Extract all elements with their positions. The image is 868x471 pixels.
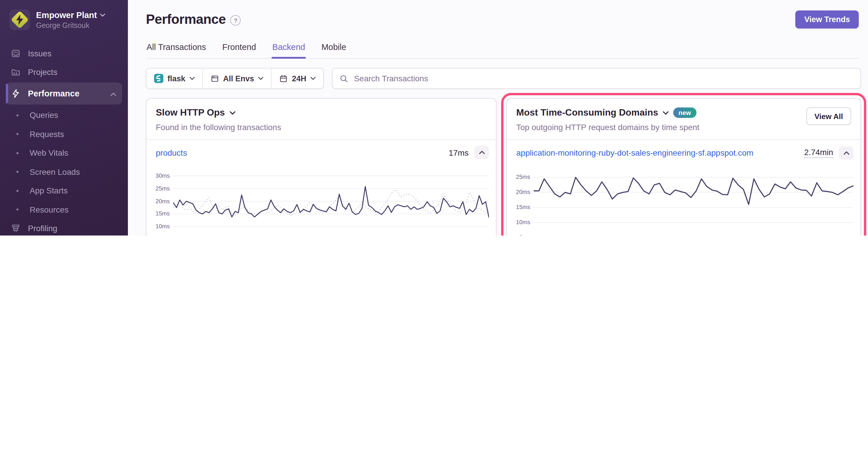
series-previous-period <box>173 190 489 215</box>
sidebar-item-screen-loads[interactable]: •Screen Loads <box>0 162 128 181</box>
filter-bar: flask All Envs 24H <box>146 68 861 89</box>
sidebar-item-requests[interactable]: •Requests <box>0 125 128 143</box>
domain-time-spent[interactable]: 2.74min <box>804 147 833 158</box>
domains-chart: 25ms20ms15ms10ms5ms0 <box>507 166 861 236</box>
page-title: Performance <box>146 12 226 27</box>
domain-row: application-monitoring-ruby-dot-sales-en… <box>507 140 861 166</box>
sidebar-item-label: Projects <box>28 67 57 77</box>
sidebar-nav: IssuesProjectsPerformance•Queries•Reques… <box>0 44 128 236</box>
sidebar-item-label: Queries <box>30 111 58 120</box>
domain-link[interactable]: application-monitoring-ruby-dot-sales-en… <box>516 148 753 157</box>
sidebar-item-label: Profiling <box>28 224 57 233</box>
empower-plant-logo <box>9 9 30 30</box>
slow-http-ops-subtitle: Found in the following transactions <box>156 123 487 132</box>
project-filter[interactable]: flask <box>147 69 202 88</box>
chevron-down-icon <box>258 77 264 80</box>
sidebar-item-label: Web Vitals <box>30 148 68 158</box>
view-trends-button[interactable]: View Trends <box>796 10 859 29</box>
environment-filter-label: All Envs <box>223 74 254 83</box>
sidebar-item-performance[interactable]: Performance <box>6 82 122 105</box>
tab-frontend[interactable]: Frontend <box>222 42 257 58</box>
transaction-row-products: products 17ms <box>147 140 496 165</box>
page-header: Performance ? View Trends All Transactio… <box>128 0 868 59</box>
bullet-icon: • <box>12 130 23 138</box>
sentry-performance-app: Empower Plant George Gritsouk IssuesProj… <box>0 0 868 236</box>
sidebar-item-queries[interactable]: •Queries <box>0 106 128 125</box>
most-time-consuming-domains-panel: Most Time-Consuming Domains new Top outg… <box>506 98 861 236</box>
collapse-products-button[interactable] <box>474 146 489 159</box>
sidebar-item-label: Screen Loads <box>30 167 80 176</box>
main-area: Performance ? View Trends All Transactio… <box>128 0 868 236</box>
calendar-icon <box>279 74 288 83</box>
chart-domains <box>534 171 854 236</box>
axis-tick-label: 30ms <box>156 172 170 179</box>
date-range-filter[interactable]: 24H <box>271 69 323 88</box>
sidebar-item-label: Issues <box>28 49 52 58</box>
org-user: George Gritsouk <box>36 21 105 29</box>
sidebar: Empower Plant George Gritsouk IssuesProj… <box>0 0 128 236</box>
sidebar-item-projects[interactable]: Projects <box>0 63 128 81</box>
chevron-up-icon <box>843 151 849 155</box>
active-accent-bar <box>6 83 8 103</box>
axis-tick-label: 15ms <box>516 204 530 210</box>
page-filter-group: flask All Envs 24H <box>146 68 324 89</box>
profiling-icon <box>10 224 21 233</box>
products-link[interactable]: products <box>156 148 187 157</box>
sidebar-item-label: App Starts <box>30 186 68 195</box>
tab-mobile[interactable]: Mobile <box>321 42 347 58</box>
widget-selector-chevron-icon[interactable] <box>663 111 669 115</box>
axis-tick-label: 25ms <box>156 185 170 191</box>
series-current-period <box>173 187 489 218</box>
axis-tick-label: 20ms <box>516 189 530 195</box>
date-range-label: 24H <box>292 74 306 83</box>
bullet-icon: • <box>12 149 23 157</box>
new-badge: new <box>673 107 696 118</box>
axis-tick-label: 20ms <box>156 198 170 204</box>
slow-http-ops-chart: 30ms25ms20ms15ms10ms5ms0 <box>147 165 496 236</box>
axis-tick-label: 10ms <box>516 219 530 225</box>
sidebar-item-profiling[interactable]: Profiling <box>0 219 128 236</box>
series-appspot.com-domain <box>534 177 854 204</box>
collapse-domain-button[interactable] <box>839 146 854 160</box>
axis-tick-label: 25ms <box>516 174 530 180</box>
slow-http-ops-title: Slow HTTP Ops <box>156 107 225 118</box>
chart-slow_http <box>173 171 489 236</box>
sidebar-item-label: Resources <box>30 205 69 214</box>
environment-filter[interactable]: All Envs <box>202 69 271 88</box>
bolt-glyph <box>15 14 24 25</box>
chevron-down-icon <box>310 77 316 80</box>
search-icon <box>340 74 348 83</box>
domains-subtitle: Top outgoing HTTP request domains by tim… <box>516 123 700 132</box>
sidebar-item-app-starts[interactable]: •App Starts <box>0 181 128 200</box>
flask-project-icon <box>154 74 163 83</box>
chevron-up-icon <box>111 89 116 98</box>
org-switcher[interactable]: Empower Plant George Gritsouk <box>0 0 128 36</box>
search-input[interactable] <box>353 73 854 83</box>
sidebar-item-label: Requests <box>30 130 64 139</box>
axis-tick-label: 15ms <box>156 210 170 217</box>
org-name: Empower Plant <box>36 10 97 20</box>
domains-title: Most Time-Consuming Domains <box>516 107 658 118</box>
bullet-icon: • <box>12 187 23 195</box>
environment-icon <box>211 74 219 83</box>
products-duration: 17ms <box>449 148 469 157</box>
projects-icon <box>10 67 21 77</box>
search-transactions-field[interactable] <box>332 68 861 89</box>
widget-selector-chevron-icon[interactable] <box>230 111 236 115</box>
slow-http-ops-panel: Slow HTTP Ops Found in the following tra… <box>146 98 496 236</box>
bullet-icon: • <box>12 168 23 176</box>
chevron-up-icon <box>479 150 485 155</box>
tab-backend[interactable]: Backend <box>272 42 306 58</box>
view-all-button[interactable]: View All <box>806 107 851 125</box>
sidebar-item-issues[interactable]: Issues <box>0 44 128 63</box>
help-icon[interactable]: ? <box>230 15 241 26</box>
sidebar-item-label: Performance <box>28 89 80 98</box>
tab-all-transactions[interactable]: All Transactions <box>146 42 207 58</box>
sidebar-item-web-vitals[interactable]: •Web Vitals <box>0 143 128 162</box>
bullet-icon: • <box>12 205 23 214</box>
issues-icon <box>10 49 21 58</box>
sidebar-item-resources[interactable]: •Resources <box>0 200 128 219</box>
axis-tick-label: 10ms <box>156 223 170 230</box>
widgets-row: Slow HTTP Ops Found in the following tra… <box>146 98 861 236</box>
chevron-down-icon <box>100 13 105 17</box>
